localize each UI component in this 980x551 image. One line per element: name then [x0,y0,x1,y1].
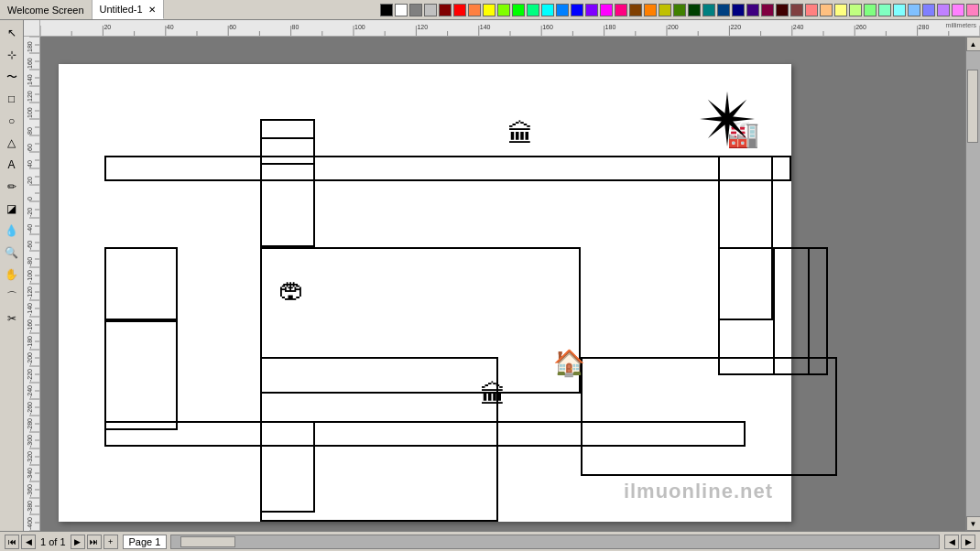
color-swatch-14[interactable] [585,4,598,16]
color-swatch-6[interactable] [468,4,481,16]
color-swatch-18[interactable] [644,4,657,16]
ruler-left [24,37,40,531]
color-swatch-0[interactable] [380,4,393,16]
color-swatch-4[interactable] [439,4,452,16]
north-star [700,92,755,148]
color-swatch-36[interactable] [908,4,920,16]
close-tab-icon[interactable]: ✕ [148,5,156,15]
top-ruler-canvas [40,20,980,37]
tool-ellipse[interactable]: ○ [2,111,22,131]
color-swatch-34[interactable] [878,4,891,16]
color-swatch-35[interactable] [893,4,906,16]
color-swatch-37[interactable] [922,4,935,16]
color-swatch-33[interactable] [864,4,877,16]
color-swatch-7[interactable] [483,4,495,16]
nav-next-button[interactable]: ▶ [71,535,85,549]
color-swatch-27[interactable] [776,4,789,16]
left-ruler-canvas [24,37,40,531]
color-swatch-17[interactable] [629,4,642,16]
map-block-bottom-left [104,320,178,430]
color-swatch-11[interactable] [541,4,554,16]
color-swatch-13[interactable] [571,4,583,16]
color-swatch-29[interactable] [805,4,818,16]
color-swatch-2[interactable] [409,4,422,16]
color-palette [379,0,980,20]
nav-prev-button[interactable]: ◀ [21,535,36,549]
color-swatch-31[interactable] [834,4,847,16]
color-swatch-3[interactable] [424,4,437,16]
color-swatch-28[interactable] [790,4,803,16]
tool-fill[interactable]: ◪ [2,199,22,219]
nav-add-button[interactable]: + [103,535,118,549]
map-icon-bank1: 🏛 [507,119,533,149]
h-scroll-left[interactable]: ◀ [944,535,959,549]
color-swatch-39[interactable] [952,4,964,16]
map-icon-house: 🏠 [553,348,585,378]
nav-last-button[interactable]: ⏭ [87,535,102,549]
map-block1 [260,119,315,165]
map-icon-bank2: 🏛 [480,380,506,410]
canvas-container: millimeters [24,20,980,531]
ruler-corner [24,20,40,37]
color-swatch-30[interactable] [820,4,833,16]
canvas-area[interactable]: 🏛 🏭 🏟 🏠 🏛 [40,37,965,531]
map-block-far-right [773,247,828,375]
nav-first-button[interactable]: ⏮ [5,535,19,549]
color-swatch-22[interactable] [702,4,715,16]
color-swatch-26[interactable] [761,4,774,16]
tool-freehand[interactable]: 〜 [2,67,22,87]
scroll-thumb-vertical[interactable] [967,70,978,143]
scroll-down-arrow[interactable]: ▼ [966,516,981,531]
ruler-top: millimeters [40,20,980,37]
color-swatch-23[interactable] [717,4,730,16]
tool-polygon[interactable]: △ [2,133,22,153]
color-swatch-38[interactable] [937,4,950,16]
color-swatch-9[interactable] [512,4,525,16]
canvas-top-section: 🏛 🏭 🏟 🏠 🏛 [24,37,980,531]
tool-zoom[interactable]: 🔍 [2,243,22,263]
map-road-v-bottom [260,421,315,513]
page-name: Page 1 [123,535,168,549]
tool-rectangle[interactable]: □ [2,89,22,109]
drawing-page: 🏛 🏭 🏟 🏠 🏛 [59,64,791,522]
color-swatch-16[interactable] [615,4,627,16]
color-swatch-8[interactable] [497,4,510,16]
map-block2 [104,247,178,320]
horizontal-scrollbar[interactable] [170,535,940,549]
tool-node[interactable]: ⊹ [2,45,22,65]
tool-arrow[interactable]: ↖ [2,23,22,43]
tool-pan[interactable]: ✋ [2,265,22,285]
tool-text[interactable]: A [2,155,22,175]
tool-pencil[interactable]: ✏ [2,177,22,197]
color-swatch-21[interactable] [688,4,701,16]
color-swatch-10[interactable] [527,4,539,16]
color-swatch-19[interactable] [659,4,671,16]
h-scroll-thumb[interactable] [180,536,235,547]
color-swatch-32[interactable] [849,4,862,16]
scroll-up-arrow[interactable]: ▲ [966,37,981,51]
tool-crop[interactable]: ✂ [2,308,22,329]
color-swatch-20[interactable] [673,4,686,16]
ruler-top-container: millimeters [24,20,980,37]
ruler-unit-label: millimeters [946,22,976,28]
color-swatch-12[interactable] [556,4,569,16]
tab-untitled[interactable]: Untitled-1 ✕ [93,0,164,19]
color-swatch-15[interactable] [600,4,613,16]
tab-welcome[interactable]: Welcome Screen [0,0,93,19]
toolbox: ↖ ⊹ 〜 □ ○ △ A ✏ ◪ 💧 🔍 ✋ ⌒ ✂ [0,20,24,531]
tool-eyedrop[interactable]: 💧 [2,221,22,241]
h-scroll-right[interactable]: ▶ [961,535,975,549]
color-swatch-25[interactable] [746,4,759,16]
color-swatch-1[interactable] [395,4,408,16]
map-icon-stadium: 🏟 [278,275,304,305]
color-swatch-24[interactable] [732,4,745,16]
scrollbar-right: ▲ ▼ [965,37,980,531]
map-road-h1 [104,156,791,181]
tool-connector[interactable]: ⌒ [2,286,22,307]
color-swatch-40[interactable] [966,4,979,16]
watermark: ilmuonline.net [624,480,773,503]
color-swatch-5[interactable] [453,4,466,16]
bottom-bar: ⏮ ◀ 1 of 1 ▶ ⏭ + Page 1 ◀ ▶ [0,531,980,551]
title-bar: Welcome Screen Untitled-1 ✕ [0,0,980,20]
scroll-track-vertical[interactable] [966,51,980,516]
